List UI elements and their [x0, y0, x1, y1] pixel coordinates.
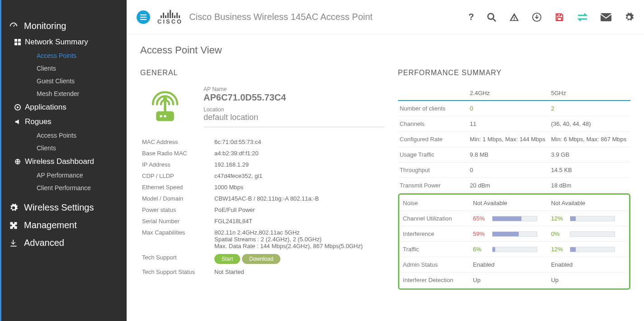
general-value: CBW145AC-B / 802.11bg:-A 802.11a:-B: [213, 193, 384, 204]
help-icon[interactable]: ?: [469, 12, 474, 22]
sidebar-item-ap-performance[interactable]: AP Performance: [1, 169, 127, 182]
perf-val-5: 18 dBm: [549, 178, 630, 193]
tech-support-status-value: Not Started: [213, 266, 384, 278]
general-key: MAC Address: [140, 136, 213, 148]
nav-applications-label: Applications: [25, 103, 66, 112]
perf-val-5: 2: [549, 101, 630, 116]
sidebar-item-access-points[interactable]: Access Points: [1, 49, 127, 62]
perf-traffic-24: 6%: [471, 242, 549, 257]
tech-support-label: Tech Support: [140, 252, 213, 266]
nav-management-label: Management: [24, 220, 77, 230]
cisco-logo-text: CISCO: [157, 18, 183, 25]
sidebar-item-mesh-extender[interactable]: Mesh Extender: [1, 87, 127, 100]
alert-icon[interactable]: [509, 12, 519, 22]
performance-highlight-box: Noise Not Available Not Available Channe…: [398, 193, 630, 290]
progress-bar: [492, 216, 537, 221]
perf-interferer-label: Interferer Detection: [401, 273, 471, 288]
svg-point-17: [163, 97, 167, 101]
svg-rect-1: [18, 39, 21, 42]
mail-icon[interactable]: [601, 13, 611, 21]
nav-network-summary[interactable]: Network Summary: [1, 35, 127, 49]
perf-val-24: 20 dBm: [468, 178, 549, 193]
sidebar-item-clients[interactable]: Clients: [1, 62, 127, 75]
ap-name-label: AP Name: [204, 86, 384, 92]
perf-admin-5: Enabled: [549, 257, 627, 273]
general-key: CDP / LLDP: [140, 170, 213, 182]
svg-marker-5: [17, 106, 19, 108]
ap-location-value: default location: [204, 113, 384, 122]
sidebar-item-client-performance[interactable]: Client Performance: [1, 182, 127, 194]
progress-bar: [570, 247, 615, 252]
general-table: MAC Address6c:71:0d:55:73:c4Base Radio M…: [140, 136, 384, 278]
perf-traffic-label: Traffic: [401, 242, 471, 257]
nav-wireless-settings[interactable]: Wireless Settings: [1, 199, 127, 216]
perf-val-24: 9.8 MB: [468, 147, 549, 163]
perf-noise-5: Not Available: [549, 196, 627, 211]
perf-key: Number of clients: [398, 101, 468, 116]
perf-channel-utilization-label: Channel Utilization: [401, 211, 471, 226]
download-circle-icon[interactable]: [532, 12, 542, 22]
bullhorn-icon: [13, 119, 22, 125]
tech-support-start-button[interactable]: Start: [214, 254, 240, 264]
nav-monitoring-label: Monitoring: [24, 21, 66, 31]
perf-interference-label: Interference: [401, 226, 471, 242]
perf-key: Configured Rate: [398, 132, 468, 147]
gear-icon: [8, 203, 19, 212]
nav-advanced[interactable]: Advanced: [1, 234, 127, 252]
sidebar: Monitoring Network Summary Access Points…: [0, 0, 127, 321]
svg-point-10: [488, 13, 494, 19]
nav-wireless-dashboard[interactable]: Wireless Dashboard: [1, 154, 127, 169]
nav-applications[interactable]: Applications: [1, 100, 127, 115]
progress-bar: [570, 216, 615, 221]
general-key: Model / Domain: [140, 193, 213, 204]
puzzle-icon: [8, 221, 19, 230]
nav-rogues[interactable]: Rogues: [1, 115, 127, 129]
general-value: 192.168.1.29: [213, 159, 384, 170]
sync-icon[interactable]: [577, 13, 588, 21]
general-value: 1000 Mbps: [213, 182, 384, 193]
cisco-logo: CISCO: [157, 9, 183, 25]
general-value: a4:b2:39:df:f1:20: [213, 148, 384, 159]
perf-key: Usage Traffic: [398, 147, 468, 163]
nav-advanced-label: Advanced: [24, 238, 64, 248]
performance-heading: PERFORMANCE SUMMARY: [398, 69, 630, 77]
svg-point-19: [160, 115, 162, 117]
perf-interference-5: 0%: [549, 226, 627, 242]
svg-line-11: [493, 19, 496, 21]
svg-rect-14: [557, 17, 561, 20]
perf-val-24: Min: 1 Mbps, Max: 144 Mbps: [468, 132, 549, 147]
perf-val-5: (36, 40, 44, 48): [549, 116, 630, 132]
perf-val-5: Min: 6 Mbps, Max: 867 Mbps: [549, 132, 630, 147]
save-icon[interactable]: [554, 12, 564, 22]
general-heading: GENERAL: [140, 69, 384, 77]
general-value: 6c:71:0d:55:73:c4: [213, 136, 384, 148]
download-icon: [8, 239, 19, 248]
svg-rect-8: [140, 17, 147, 18]
perf-val-5: 14.5 KB: [549, 163, 630, 178]
progress-bar: [492, 231, 537, 237]
settings-icon[interactable]: [624, 12, 634, 22]
general-value: PoE/Full Power: [213, 204, 384, 216]
sidebar-item-guest-clients[interactable]: Guest Clients: [1, 75, 127, 87]
perf-interference-24: 59%: [471, 226, 549, 242]
dashboard-icon: [8, 21, 19, 31]
general-value: FGL2418L84T: [213, 216, 384, 227]
general-key: Serial Number: [140, 216, 213, 227]
perf-noise-24: Not Available: [471, 196, 549, 211]
sidebar-item-rogue-aps[interactable]: Access Points: [1, 129, 127, 142]
nav-monitoring[interactable]: Monitoring: [1, 17, 127, 35]
general-key: Power status: [140, 204, 213, 216]
sidebar-item-rogue-clients[interactable]: Clients: [1, 142, 127, 154]
tech-support-download-button[interactable]: Download: [242, 254, 280, 264]
menu-toggle-button[interactable]: [137, 10, 150, 24]
search-icon[interactable]: [487, 12, 497, 22]
progress-bar: [570, 231, 615, 237]
general-value: 802.11n 2.4GHz,802.11ac 5GHz Spatial Str…: [213, 227, 384, 252]
access-point-icon: [140, 86, 190, 127]
nav-management[interactable]: Management: [1, 216, 127, 234]
nav-wireless-dashboard-label: Wireless Dashboard: [25, 157, 94, 166]
perf-key: Throughput: [398, 163, 468, 178]
svg-point-20: [164, 115, 166, 117]
globe-icon: [13, 158, 22, 165]
nav-wireless-settings-label: Wireless Settings: [24, 202, 94, 213]
